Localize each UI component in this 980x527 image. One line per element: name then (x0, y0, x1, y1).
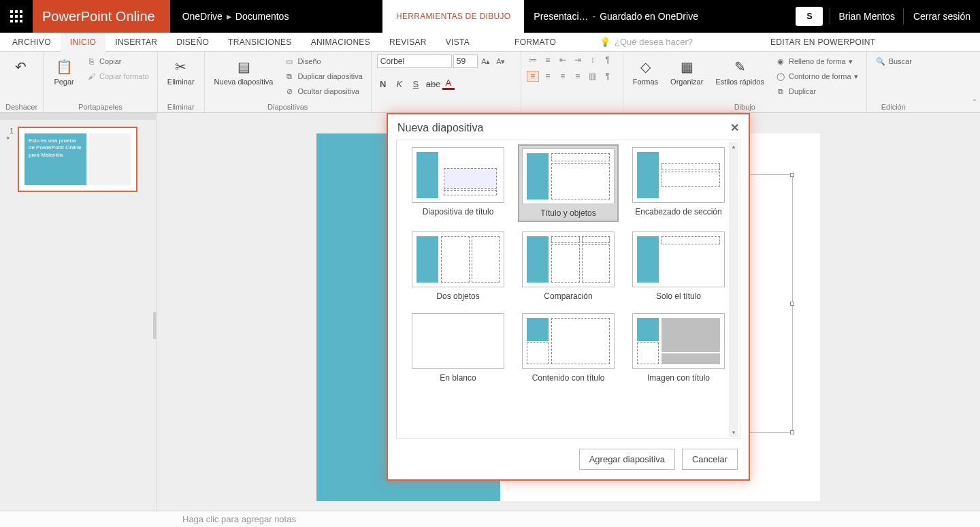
duplicate-slide-button[interactable]: ⧉Duplicar diapositiva (281, 69, 365, 83)
animation-star-icon: ✦ (5, 135, 14, 142)
contextual-tab-drawing-tools[interactable]: HERRAMIENTAS DE DIBUJO (382, 0, 524, 33)
rtl-button[interactable]: ¶ (602, 71, 614, 82)
shrink-font-button[interactable]: A▾ (494, 54, 508, 68)
breadcrumb-root[interactable]: OneDrive (182, 11, 223, 22)
styles-icon: ✎ (730, 57, 749, 76)
arrange-button[interactable]: ▦Organizar (666, 54, 707, 89)
ribbon-tabs: ARCHIVO INICIO INSERTAR DISEÑO TRANSICIO… (0, 33, 980, 52)
layout-title-content[interactable]: Título y objetos (518, 144, 619, 222)
outdent-button[interactable]: ⇤ (557, 54, 569, 65)
fill-icon: ◉ (775, 56, 786, 67)
cancel-button[interactable]: Cancelar (682, 449, 738, 470)
line-spacing-button[interactable]: ↕ (587, 54, 599, 65)
app-launcher-icon[interactable] (0, 0, 33, 33)
brush-icon: 🖌 (86, 71, 97, 82)
close-icon[interactable]: ✕ (730, 121, 739, 134)
format-painter-button[interactable]: 🖌Copiar formato (83, 69, 152, 83)
sign-out-link[interactable]: Cerrar sesión (903, 8, 980, 25)
add-slide-button[interactable]: Agregar diapositiva (579, 449, 675, 470)
tab-archivo[interactable]: ARCHIVO (3, 33, 61, 52)
align-right-button[interactable]: ≡ (557, 71, 569, 82)
document-name[interactable]: Presentaci…-Guardado en OneDrive (524, 11, 708, 22)
tell-me-search[interactable]: 💡¿Qué desea hacer? (600, 37, 693, 47)
columns-button[interactable]: ▥ (587, 71, 599, 82)
layout-content-with-caption[interactable]: Contenido con título (518, 310, 619, 385)
lightbulb-icon: 💡 (600, 37, 610, 47)
paste-button[interactable]: 📋Pegar (49, 54, 79, 89)
bold-button[interactable]: N (377, 79, 389, 89)
skype-icon[interactable]: S (796, 7, 823, 26)
delete-icon: ✂ (172, 57, 191, 76)
bullets-button[interactable]: ≔ (527, 54, 539, 65)
app-name: PowerPoint Online (33, 0, 170, 33)
font-size-select[interactable]: 59 (453, 54, 478, 68)
delete-button[interactable]: ✂Eliminar (163, 54, 199, 89)
font-color-button[interactable]: A (442, 78, 455, 90)
scroll-up-icon[interactable]: ▲ (729, 142, 738, 151)
thumbnail-text: Esto es una prueba de PowerPoint Online … (24, 133, 86, 185)
tab-insertar[interactable]: INSERTAR (105, 33, 167, 52)
hide-slide-button[interactable]: ⊘Ocultar diapositiva (281, 84, 365, 98)
layout-section-header[interactable]: Encabezado de sección (630, 144, 728, 222)
collapse-ribbon-button[interactable]: ˆ (973, 99, 976, 108)
breadcrumb-folder[interactable]: Documentos (235, 11, 289, 22)
svg-rect-3 (10, 15, 13, 18)
clipboard-icon: 📋 (54, 57, 74, 76)
dialog-scrollbar[interactable]: ▲▼ (729, 142, 738, 437)
italic-button[interactable]: K (393, 79, 406, 89)
shape-outline-button[interactable]: ◯Contorno de forma ▾ (772, 69, 861, 83)
copy-button[interactable]: ⎘Copiar (83, 54, 152, 68)
find-button[interactable]: 🔍Buscar (872, 54, 915, 68)
tab-diseno[interactable]: DISEÑO (167, 33, 218, 52)
new-slide-icon: ▤ (234, 57, 253, 76)
undo-button[interactable]: ↶ (5, 54, 35, 79)
layout-blank[interactable]: En blanco (409, 310, 507, 385)
duplicate-icon: ⧉ (775, 86, 786, 97)
underline-button[interactable]: S (410, 79, 422, 89)
arrange-icon: ▦ (677, 57, 696, 76)
scroll-down-icon[interactable]: ▼ (729, 428, 738, 437)
new-slide-button[interactable]: ▤Nueva diapositiva (210, 54, 278, 89)
group-label-delete: Eliminar (163, 101, 199, 111)
copy-icon: ⎘ (86, 56, 97, 67)
align-left-button[interactable]: ≡ (527, 71, 539, 82)
hide-icon: ⊘ (284, 86, 295, 97)
workspace: 1 ✦ Esto es una prueba de PowerPoint Onl… (0, 113, 980, 511)
layout-comparison[interactable]: Comparación (518, 229, 619, 304)
tab-vista[interactable]: VISTA (436, 33, 479, 52)
slide-canvas[interactable]: Nueva diapositiva ✕ Diapositiva de títul… (157, 113, 980, 511)
tab-inicio[interactable]: INICIO (61, 33, 105, 52)
align-center-button[interactable]: ≡ (542, 71, 554, 82)
tab-animaciones[interactable]: ANIMACIONES (301, 33, 380, 52)
justify-button[interactable]: ≡ (572, 71, 584, 82)
shapes-button[interactable]: ◇Formas (629, 54, 662, 89)
shape-fill-button[interactable]: ◉Relleno de forma ▾ (772, 54, 861, 68)
grow-font-button[interactable]: A▴ (479, 54, 493, 68)
indent-button[interactable]: ⇥ (572, 54, 584, 65)
quick-styles-button[interactable]: ✎Estilos rápidos (711, 54, 768, 89)
chevron-right-icon: ▸ (227, 11, 231, 22)
layout-two-content[interactable]: Dos objetos (409, 229, 507, 304)
font-name-select[interactable]: Corbel (377, 54, 452, 68)
layout-picture-with-caption[interactable]: Imagen con título (630, 310, 728, 385)
slide-thumbnail[interactable]: Esto es una prueba de PowerPoint Online … (18, 127, 137, 192)
duplicate-shape-button[interactable]: ⧉Duplicar (772, 84, 861, 98)
tab-formato[interactable]: FORMATO (505, 33, 566, 52)
title-bar: PowerPoint Online OneDrive▸Documentos HE… (0, 0, 980, 33)
svg-rect-8 (20, 20, 22, 22)
text-direction-button[interactable]: ¶ (602, 54, 614, 65)
edit-in-powerpoint-link[interactable]: EDITAR EN POWERPOINT (761, 33, 885, 52)
notes-pane[interactable]: Haga clic para agregar notas (0, 511, 980, 527)
layout-title-slide[interactable]: Diapositiva de título (409, 144, 507, 222)
tab-revisar[interactable]: REVISAR (380, 33, 436, 52)
user-name[interactable]: Brian Mentos (830, 8, 902, 25)
strike-button[interactable]: abc (426, 79, 438, 89)
breadcrumb[interactable]: OneDrive▸Documentos (170, 11, 301, 22)
numbering-button[interactable]: ≡ (542, 54, 554, 65)
svg-rect-4 (15, 15, 18, 18)
tab-transiciones[interactable]: TRANSICIONES (218, 33, 301, 52)
layout-button[interactable]: ▭Diseño (281, 54, 365, 68)
slide-panel[interactable]: 1 ✦ Esto es una prueba de PowerPoint Onl… (0, 113, 157, 511)
layout-title-only[interactable]: Solo el título (630, 229, 728, 304)
svg-rect-2 (20, 10, 22, 13)
